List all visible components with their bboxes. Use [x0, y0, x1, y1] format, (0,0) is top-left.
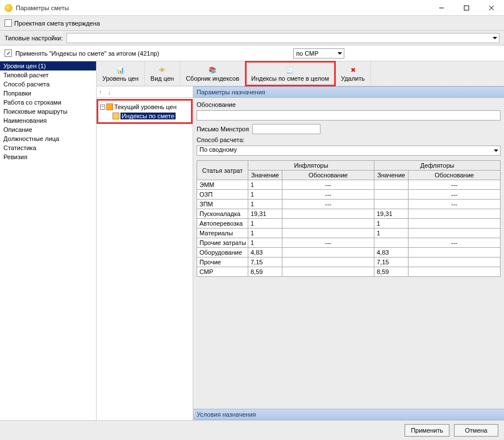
toolbar-icon: 👁 [157, 65, 167, 74]
leftnav-item[interactable]: Статистика [0, 143, 96, 152]
toolbar-label: Сборник индексов [186, 75, 239, 82]
th-defl-value: Значение [374, 171, 409, 180]
table-cell[interactable]: --- [409, 190, 501, 200]
table-cell[interactable] [282, 209, 374, 219]
basis-row: Обоснование [197, 101, 501, 108]
leftnav-item[interactable]: Наименования [0, 116, 96, 125]
table-cell[interactable]: СМР [197, 267, 248, 277]
typical-row: Типовые настройки: [0, 31, 504, 45]
table-cell[interactable]: 7,15 [248, 258, 282, 267]
method-value: По сводному [199, 146, 237, 153]
footer: Применить Отмена [0, 421, 504, 440]
table-cell[interactable]: 8,59 [248, 267, 282, 277]
table-cell[interactable]: --- [409, 200, 501, 209]
table-cell[interactable]: Автоперевозка [197, 219, 248, 229]
leftnav-item[interactable]: Типовой расчет [0, 70, 96, 80]
toolbar-button[interactable]: 📚Сборник индексов [180, 61, 245, 86]
table-cell[interactable]: 7,15 [374, 258, 409, 267]
table-cell[interactable]: 1 [248, 180, 282, 190]
table-cell[interactable]: 19,31 [374, 209, 409, 219]
apply-button[interactable]: Применить [405, 424, 449, 437]
table-cell[interactable] [409, 229, 501, 238]
leftnav-item[interactable]: Поправки [0, 89, 96, 98]
tree-collapse-icon[interactable]: − [100, 105, 105, 110]
table-cell[interactable] [409, 219, 501, 229]
table-cell[interactable]: ЗПМ [197, 200, 248, 209]
table-cell[interactable]: ЭММ [197, 180, 248, 190]
table-cell[interactable]: 4,83 [374, 248, 409, 258]
table-cell[interactable]: ОЗП [197, 190, 248, 200]
arrow-up-icon[interactable]: ↑ [99, 89, 102, 96]
leftnav-item[interactable]: Уровни цен (1) [0, 61, 96, 70]
table-cell[interactable]: 1 [248, 229, 282, 238]
table-cell[interactable]: Пусконаладка [197, 209, 248, 219]
table-cell[interactable]: Материалы [197, 229, 248, 238]
smr-select[interactable]: по СМР [293, 48, 344, 59]
maximize-button[interactable] [454, 0, 479, 16]
close-button[interactable] [479, 0, 504, 16]
table-cell[interactable]: --- [282, 180, 374, 190]
leftnav-item[interactable]: Должностные лица [0, 134, 96, 143]
table-cell[interactable] [409, 267, 501, 277]
table-cell[interactable] [374, 200, 409, 209]
table-cell[interactable]: Прочие [197, 258, 248, 267]
toolbar-button[interactable]: ✖Удалить [335, 61, 371, 86]
table-cell[interactable]: 1 [374, 219, 409, 229]
table-cell[interactable]: Оборудование [197, 248, 248, 258]
table-cell[interactable]: 1 [248, 219, 282, 229]
svg-rect-1 [464, 6, 469, 10]
table-cell[interactable]: 1 [248, 238, 282, 248]
table-cell[interactable]: 19,31 [248, 209, 282, 219]
table-cell[interactable] [282, 248, 374, 258]
approved-checkbox[interactable] [5, 19, 12, 27]
table-cell[interactable] [282, 267, 374, 277]
table-cell[interactable]: Прочие затраты [197, 238, 248, 248]
table-row: Материалы11 [197, 229, 501, 238]
th-defl-basis: Обоснование [409, 171, 501, 180]
table-cell[interactable]: 1 [374, 229, 409, 238]
table-cell[interactable] [282, 258, 374, 267]
table-cell[interactable]: 1 [248, 200, 282, 209]
leftnav-item[interactable]: Поисковые маршруты [0, 107, 96, 116]
table-cell[interactable]: --- [282, 200, 374, 209]
table-cell[interactable]: --- [409, 238, 501, 248]
apply-indices-checkbox[interactable] [5, 49, 12, 57]
leftnav-item[interactable]: Работа со строками [0, 98, 96, 107]
leftnav-item[interactable]: Способ расчета [0, 80, 96, 89]
typical-dropdown[interactable] [66, 33, 499, 43]
th-deflators: Дефляторы [374, 161, 501, 171]
table-row: ОЗП1------ [197, 190, 501, 200]
basis-input[interactable] [197, 110, 501, 121]
table-cell[interactable] [374, 190, 409, 200]
table-cell[interactable]: --- [409, 180, 501, 190]
toolbar-button[interactable]: 👁Вид цен [145, 61, 180, 86]
table-cell[interactable] [409, 248, 501, 258]
tree-root[interactable]: − Текущий уровень цен [100, 102, 189, 111]
leftnav-item[interactable]: Ревизия [0, 152, 96, 161]
cancel-button[interactable]: Отмена [454, 424, 498, 437]
table-cell[interactable] [409, 258, 501, 267]
toolbar-button[interactable]: 📊Уровень цен [97, 61, 145, 86]
titlebar: Параметры сметы [0, 0, 504, 16]
table-cell[interactable]: --- [282, 190, 374, 200]
toolbar-label: Удалить [341, 75, 365, 82]
toolbar-button[interactable]: 🧾Индексы по смете в целом [245, 61, 335, 86]
minimize-button[interactable] [429, 0, 454, 16]
table-cell[interactable] [409, 209, 501, 219]
method-label: Способ расчета: [197, 136, 244, 143]
tree-child[interactable]: Индексы по смете [100, 111, 189, 121]
table-cell[interactable]: 1 [248, 190, 282, 200]
letter-input[interactable] [252, 124, 320, 134]
arrow-down-icon[interactable]: ↓ [108, 89, 111, 96]
table-cell[interactable]: 4,83 [248, 248, 282, 258]
method-select[interactable]: По сводному [197, 146, 501, 156]
table-cell[interactable] [282, 219, 374, 229]
table-cell[interactable] [374, 180, 409, 190]
table-cell[interactable] [374, 238, 409, 248]
leftnav-item[interactable]: Описание [0, 125, 96, 134]
apply-indices-row: Применять "Индексы по смете" за итогом (… [0, 45, 504, 61]
table-cell[interactable]: 8,59 [374, 267, 409, 277]
table-cell[interactable]: --- [282, 238, 374, 248]
table-cell[interactable] [282, 229, 374, 238]
smr-select-value: по СМР [296, 50, 318, 57]
